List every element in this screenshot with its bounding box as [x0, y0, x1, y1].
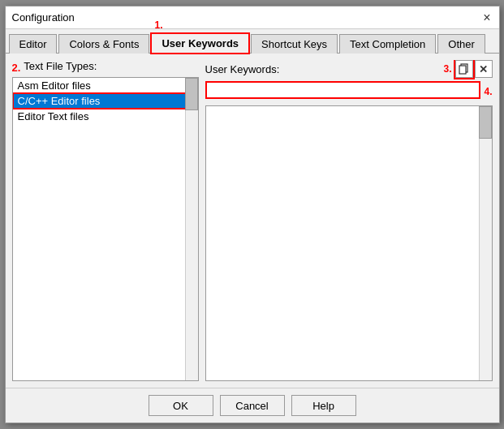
dialog-title: Configuration — [12, 11, 75, 24]
keyword-input[interactable] — [205, 81, 481, 99]
left-scroll-thumb[interactable] — [185, 78, 198, 110]
copy-icon — [459, 63, 470, 75]
x-icon: ✕ — [479, 63, 488, 75]
svg-rect-1 — [459, 66, 466, 74]
tab-user-keywords[interactable]: User Keywords — [151, 33, 249, 54]
content-area: 2. Text File Types: Asm Editor files C/C… — [12, 60, 493, 381]
text-file-types-label: Text File Types: — [24, 60, 97, 72]
keyword-input-row: 4. — [205, 81, 493, 102]
configuration-dialog: Configuration × Editor Colors & Fonts 1.… — [5, 6, 500, 423]
tab-colors-fonts[interactable]: Colors & Fonts — [58, 34, 149, 54]
tab-bar: Editor Colors & Fonts 1. User Keywords S… — [6, 29, 499, 54]
ok-button[interactable]: OK — [149, 395, 213, 416]
tab-shortcut-keys[interactable]: Shortcut Keys — [251, 34, 338, 54]
copy-icon-button[interactable] — [455, 60, 473, 78]
cancel-button[interactable]: Cancel — [220, 395, 285, 416]
dialog-close-button[interactable]: × — [481, 11, 492, 24]
title-bar: Configuration × — [6, 6, 499, 29]
right-panel: User Keywords: 3. ✕ — [205, 60, 493, 381]
help-button[interactable]: Help — [291, 395, 356, 416]
file-types-listbox[interactable]: Asm Editor files C/C++ Editor files Edit… — [12, 77, 199, 381]
list-item-asm[interactable]: Asm Editor files — [13, 78, 198, 93]
tab-other[interactable]: Other — [437, 34, 485, 54]
list-item-cpp[interactable]: C/C++ Editor files — [13, 93, 198, 109]
tab-content: 2. Text File Types: Asm Editor files C/C… — [6, 54, 499, 388]
annotation-1: 1. — [154, 19, 162, 31]
tab-text-completion[interactable]: Text Completion — [339, 34, 436, 54]
left-panel: 2. Text File Types: Asm Editor files C/C… — [12, 60, 199, 381]
tab-editor[interactable]: Editor — [9, 34, 58, 54]
annotation-3: 3. — [443, 63, 451, 75]
annotation-4: 4. — [484, 86, 492, 97]
left-scrollbar[interactable] — [185, 78, 198, 380]
right-panel-header: User Keywords: 3. ✕ — [205, 60, 493, 78]
list-item-editor-text[interactable]: Editor Text files — [13, 109, 198, 124]
right-scrollbar[interactable] — [479, 106, 492, 380]
user-keywords-label: User Keywords: — [205, 63, 280, 75]
keywords-list[interactable] — [205, 105, 493, 381]
close-icon-button[interactable]: ✕ — [475, 60, 493, 78]
footer: OK Cancel Help — [6, 388, 499, 423]
left-panel-header: 2. Text File Types: — [12, 60, 199, 75]
icon-buttons: ✕ — [455, 60, 493, 78]
right-scroll-thumb[interactable] — [479, 106, 492, 139]
annotation-2: 2. — [12, 62, 21, 74]
